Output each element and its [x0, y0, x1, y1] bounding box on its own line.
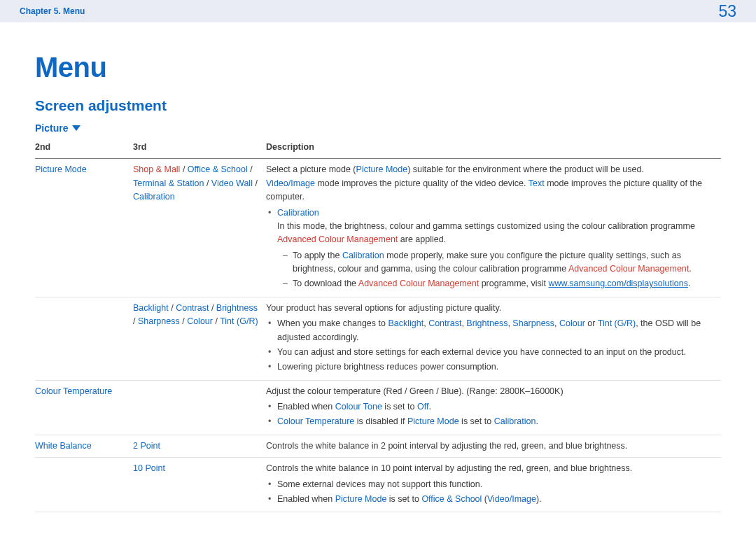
sep: / — [180, 164, 187, 174]
link-shop-mall[interactable]: Shop & Mall — [133, 164, 180, 174]
link-calibration[interactable]: Calibration — [133, 192, 175, 202]
desc-text: Enabled when — [277, 494, 335, 504]
table-header-row: 2nd 3rd Description — [35, 136, 721, 159]
link-contrast[interactable]: Contrast — [176, 303, 209, 313]
term-picture-mode[interactable]: Picture Mode — [356, 164, 408, 174]
cell-empty — [35, 458, 133, 512]
cell-10-point[interactable]: 10 Point — [133, 458, 266, 512]
cell-empty — [35, 297, 133, 380]
cell-empty — [133, 380, 266, 435]
term-contrast[interactable]: Contrast — [428, 318, 461, 328]
term-colour[interactable]: Colour — [559, 318, 585, 328]
page-number: 53 — [718, 2, 736, 21]
table-row: Picture Mode Shop & Mall / Office & Scho… — [35, 159, 721, 297]
term-text[interactable]: Text — [528, 178, 545, 188]
tab-row: Picture — [35, 122, 721, 134]
term-office-school[interactable]: Office & School — [421, 494, 482, 504]
table-row: White Balance 2 Point Controls the white… — [35, 435, 721, 457]
link-tint-gr[interactable]: Tint (G/R) — [220, 316, 258, 326]
bullet-item: Some external devices may not support th… — [266, 478, 714, 491]
term-tint-gr[interactable]: Tint (G/R) — [598, 318, 636, 328]
link-backlight[interactable]: Backlight — [133, 303, 169, 313]
desc-text: . — [428, 402, 430, 412]
term-advanced-colour-mgmt[interactable]: Advanced Colour Management — [277, 234, 398, 244]
cell-backlight-desc: Your product has several options for adj… — [266, 297, 721, 380]
term-video-image[interactable]: Video/Image — [487, 494, 536, 504]
desc-text: When you make changes to — [277, 318, 388, 328]
bullet-item: Lowering picture brightness reduces powe… — [266, 360, 714, 374]
bullet-calibration: Calibration In this mode, the brightness… — [266, 206, 714, 291]
cell-white-balance[interactable]: White Balance — [35, 435, 133, 457]
link-office-school[interactable]: Office & School — [188, 164, 248, 174]
desc-text: programme, visit — [479, 279, 548, 288]
term-off[interactable]: Off — [417, 402, 428, 412]
desc-text: . — [688, 279, 690, 288]
sep: / — [209, 303, 216, 313]
cell-colour-temperature-desc: Adjust the colour temperature (Red / Gre… — [266, 380, 721, 435]
tab-picture[interactable]: Picture — [35, 122, 80, 134]
col-header-description: Description — [266, 136, 721, 159]
sep: / — [180, 316, 187, 326]
link-samsung-url[interactable]: www.samsung.com/displaysolutions — [549, 279, 688, 288]
col-header-3rd: 3rd — [133, 136, 266, 159]
table-row: 10 Point Controls the white balance in 1… — [35, 458, 721, 512]
cell-picture-mode[interactable]: Picture Mode — [35, 159, 133, 297]
term-brightness[interactable]: Brightness — [466, 318, 507, 328]
desc-text: is set to — [386, 494, 421, 504]
link-brightness[interactable]: Brightness — [216, 303, 258, 313]
term-advanced-colour-mgmt[interactable]: Advanced Colour Management — [358, 279, 479, 288]
dash-item: To download the Advanced Colour Manageme… — [277, 277, 714, 290]
term-colour-temperature[interactable]: Colour Temperature — [277, 416, 354, 426]
bullet-item: Enabled when Picture Mode is set to Offi… — [266, 493, 714, 506]
desc-text: To download the — [293, 279, 358, 288]
dash-item: To apply the Calibration mode properly, … — [277, 249, 714, 276]
link-sharpness[interactable]: Sharpness — [138, 316, 180, 326]
breadcrumb[interactable]: Chapter 5. Menu — [20, 6, 85, 16]
term-colour-tone[interactable]: Colour Tone — [335, 402, 382, 412]
paren-close: ). — [536, 494, 542, 504]
link-colour[interactable]: Colour — [187, 316, 213, 326]
cell-2-point[interactable]: 2 Point — [133, 435, 266, 457]
link-terminal-station[interactable]: Terminal & Station — [133, 178, 204, 188]
term-picture-mode[interactable]: Picture Mode — [407, 416, 459, 426]
sep: / — [253, 178, 258, 188]
sep: / — [133, 316, 138, 326]
desc-text: Select a picture mode ( — [266, 164, 356, 174]
table-row: Backlight / Contrast / Brightness / Shar… — [35, 297, 721, 380]
term-picture-mode[interactable]: Picture Mode — [335, 494, 387, 504]
sep: / — [248, 164, 253, 174]
cell-picture-mode-desc: Select a picture mode (Picture Mode) sui… — [266, 159, 721, 297]
term-calibration[interactable]: Calibration — [494, 416, 536, 426]
term-advanced-colour-mgmt[interactable]: Advanced Colour Management — [568, 264, 689, 274]
desc-text: is disabled if — [354, 416, 407, 426]
menu-table: 2nd 3rd Description Picture Mode Shop & … — [35, 136, 721, 512]
table-row: Colour Temperature Adjust the colour tem… — [35, 380, 721, 435]
header-band: Chapter 5. Menu 53 — [0, 0, 756, 22]
term-video-image[interactable]: Video/Image — [266, 178, 315, 188]
desc-text: is set to — [459, 416, 494, 426]
link-video-wall[interactable]: Video Wall — [211, 178, 253, 188]
sep: or — [585, 318, 598, 328]
desc-text: Adjust the colour temperature (Red / Gre… — [266, 385, 714, 398]
desc-text: Enabled when — [277, 402, 335, 412]
bullet-item: Enabled when Colour Tone is set to Off. — [266, 400, 714, 414]
sep: / — [213, 316, 220, 326]
desc-text: . — [536, 416, 538, 426]
cell-backlight-group: Backlight / Contrast / Brightness / Shar… — [133, 297, 266, 380]
desc-text: Your product has several options for adj… — [266, 302, 714, 315]
term-calibration[interactable]: Calibration — [277, 208, 319, 218]
desc-text: To apply the — [293, 251, 342, 260]
desc-text: mode improves the picture quality of the… — [315, 178, 528, 188]
desc-text: . — [689, 264, 691, 274]
sep: / — [169, 303, 176, 313]
desc-text: ) suitable for the environment where the… — [407, 164, 644, 174]
col-header-2nd: 2nd — [35, 136, 133, 159]
page-body: Menu Screen adjustment Picture 2nd 3rd D… — [0, 22, 756, 526]
cell-10-point-desc: Controls the white balance in 10 point i… — [266, 458, 721, 512]
cell-2-point-desc: Controls the white balance in 2 point in… — [266, 435, 721, 457]
term-backlight[interactable]: Backlight — [388, 318, 424, 328]
bullet-item: When you make changes to Backlight, Cont… — [266, 317, 714, 344]
term-calibration[interactable]: Calibration — [342, 251, 384, 260]
term-sharpness[interactable]: Sharpness — [512, 318, 554, 328]
cell-colour-temperature[interactable]: Colour Temperature — [35, 380, 133, 435]
